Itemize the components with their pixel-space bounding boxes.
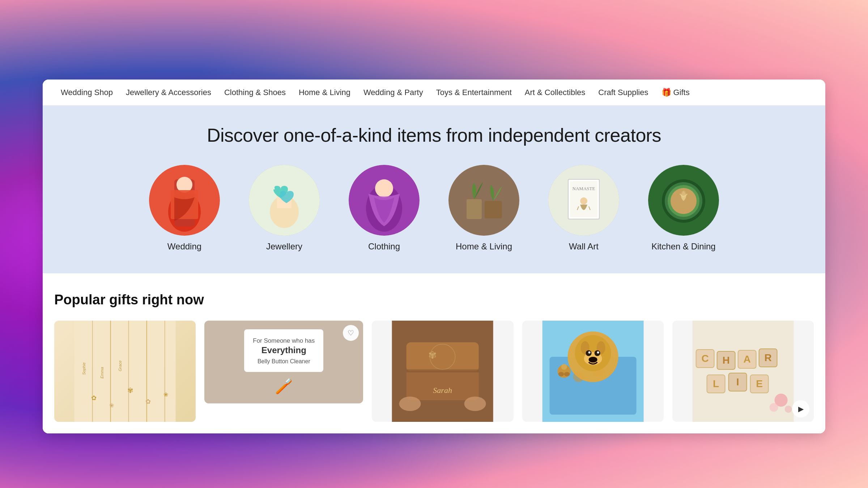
svg-point-54 <box>558 372 564 376</box>
svg-point-55 <box>564 372 570 376</box>
category-jewellery[interactable]: Jewellery <box>249 165 320 252</box>
nav-gifts[interactable]: 🎁 Gifts <box>655 80 696 106</box>
nav-wedding-shop[interactable]: Wedding Shop <box>54 80 119 106</box>
nav-home-living[interactable]: Home & Living <box>292 80 357 106</box>
hero-section: Discover one-of-a-kind items from indepe… <box>43 106 825 273</box>
svg-point-67 <box>588 357 597 363</box>
belly-item-name-text: Belly Button Cleaner <box>253 358 315 365</box>
svg-text:E: E <box>756 378 763 389</box>
wedding-circle-art <box>149 165 220 236</box>
category-label-wedding: Wedding <box>167 241 201 252</box>
svg-text:✿: ✿ <box>145 398 151 405</box>
nav-craft-supplies[interactable]: Craft Supplies <box>592 80 655 106</box>
svg-point-26 <box>681 191 686 196</box>
product-card-dog-blanket[interactable] <box>522 321 664 422</box>
svg-text:❀: ❀ <box>109 402 114 408</box>
svg-text:H: H <box>722 355 729 366</box>
product-card-charlie[interactable]: C H A R L I E <box>672 321 814 422</box>
svg-point-48 <box>399 397 421 411</box>
nav-toys-entertainment[interactable]: Toys & Entertainment <box>430 80 518 106</box>
category-circle-wedding <box>149 165 220 236</box>
svg-rect-68 <box>692 321 793 422</box>
category-clothing[interactable]: Clothing <box>349 165 420 252</box>
svg-text:R: R <box>764 352 771 363</box>
svg-text:NAMASTE: NAMASTE <box>573 186 595 191</box>
svg-text:C: C <box>701 353 709 364</box>
product-card-necklaces[interactable]: ✿ ❀ ✾ ✿ ❀ Sophie Emma Grace <box>54 321 196 422</box>
svg-rect-43 <box>407 342 479 371</box>
svg-rect-12 <box>467 199 482 219</box>
category-circle-homeliving <box>448 165 519 236</box>
svg-text:Sarah: Sarah <box>433 386 452 395</box>
sarah-box-art: ✾ Sarah <box>372 321 513 422</box>
category-home-living[interactable]: Home & Living <box>448 165 519 252</box>
category-kitchen-dining[interactable]: Kitchen & Dining <box>648 165 719 252</box>
products-row: ✿ ❀ ✾ ✿ ❀ Sophie Emma Grace For Someone … <box>54 321 814 422</box>
svg-text:L: L <box>713 378 719 389</box>
kitchen-circle-art <box>648 165 719 236</box>
category-label-homeliving: Home & Living <box>456 241 512 252</box>
category-circle-jewellery <box>249 165 320 236</box>
popular-title: Popular gifts right now <box>54 292 814 308</box>
popular-section: Popular gifts right now ✿ ❀ ✾ ✿ <box>43 273 825 433</box>
belly-brush-icon: 🪥 <box>275 378 293 395</box>
necklaces-art: ✿ ❀ ✾ ✿ ❀ Sophie Emma Grace <box>54 321 196 422</box>
product-card-sarah[interactable]: ✾ Sarah <box>372 321 513 422</box>
belly-everything-text: Everything <box>253 345 315 355</box>
svg-point-18 <box>580 197 587 205</box>
category-label-kitchen: Kitchen & Dining <box>651 241 715 252</box>
svg-point-65 <box>588 351 590 354</box>
svg-point-49 <box>464 397 486 411</box>
svg-text:Emma: Emma <box>100 367 104 378</box>
svg-point-53 <box>561 364 567 370</box>
navigation: Wedding Shop Jewellery & Accessories Clo… <box>43 80 825 106</box>
wishlist-button-belly[interactable]: ♡ <box>343 325 359 341</box>
category-circle-wallart: NAMASTE <box>548 165 619 236</box>
category-label-wallart: Wall Art <box>569 241 599 252</box>
nav-wedding-party[interactable]: Wedding & Party <box>357 80 430 106</box>
svg-rect-13 <box>485 201 502 218</box>
category-label-clothing: Clothing <box>368 241 400 252</box>
category-circle-clothing <box>349 165 420 236</box>
svg-point-10 <box>375 179 393 197</box>
nav-jewellery-accessories[interactable]: Jewellery & Accessories <box>119 80 218 106</box>
wallart-circle-art: NAMASTE <box>548 165 619 236</box>
svg-point-85 <box>784 406 792 413</box>
svg-text:❀: ❀ <box>163 391 168 398</box>
play-button-charlie[interactable]: ▶ <box>792 400 809 418</box>
homeliving-circle-art <box>448 165 519 236</box>
svg-text:A: A <box>743 354 750 365</box>
nav-art-collectibles[interactable]: Art & Collectibles <box>518 80 592 106</box>
category-wedding[interactable]: Wedding <box>149 165 220 252</box>
svg-text:✿: ✿ <box>91 394 97 402</box>
category-label-jewellery: Jewellery <box>266 241 302 252</box>
svg-text:Sophie: Sophie <box>82 363 86 375</box>
main-card: Wedding Shop Jewellery & Accessories Clo… <box>43 80 825 433</box>
hero-title: Discover one-of-a-kind items from indepe… <box>54 124 814 146</box>
jewellery-circle-art <box>249 165 320 236</box>
svg-rect-27 <box>75 321 176 422</box>
svg-text:Grace: Grace <box>118 360 122 371</box>
svg-text:✾: ✾ <box>428 350 437 361</box>
nav-gifts-label: Gifts <box>673 88 690 97</box>
svg-text:✾: ✾ <box>127 386 133 394</box>
svg-point-66 <box>597 351 599 354</box>
categories-row: Wedding Jewellery <box>54 165 814 252</box>
svg-text:I: I <box>736 376 739 388</box>
nav-clothing-shoes[interactable]: Clothing & Shoes <box>218 80 292 106</box>
product-card-belly-cleaner[interactable]: For Someone who has Everything Belly But… <box>204 321 363 403</box>
belly-for-someone-text: For Someone who has <box>253 337 315 345</box>
category-circle-kitchen <box>648 165 719 236</box>
category-wall-art[interactable]: NAMASTE Wall Art <box>548 165 619 252</box>
svg-point-84 <box>769 403 778 412</box>
gift-icon: 🎁 <box>661 88 671 97</box>
svg-rect-44 <box>407 369 479 372</box>
clothing-circle-art <box>349 165 420 236</box>
belly-cleaner-tag: For Someone who has Everything Belly But… <box>244 329 323 372</box>
dog-blanket-art <box>522 321 664 422</box>
svg-point-11 <box>448 165 519 236</box>
